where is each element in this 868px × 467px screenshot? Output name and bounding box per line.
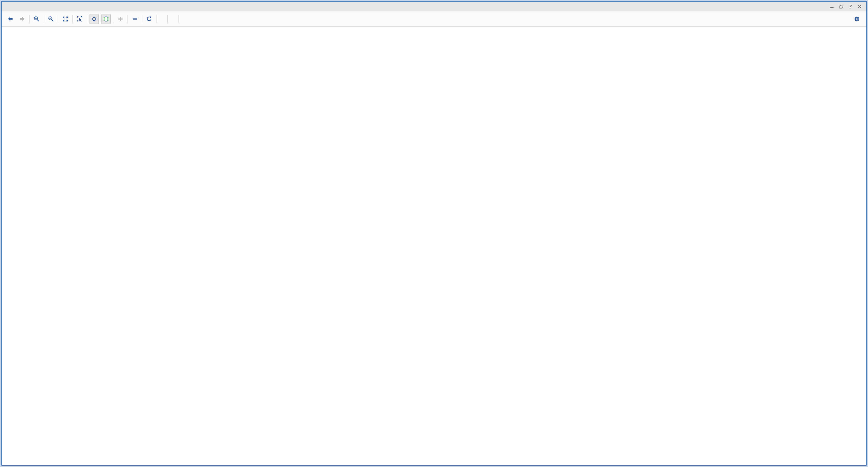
toolbar [2, 11, 866, 27]
close-button[interactable] [856, 3, 863, 9]
schematic-canvas[interactable] [2, 27, 866, 465]
zoom-fit-button[interactable] [61, 14, 70, 24]
refresh-icon [146, 16, 152, 22]
autofit-selection-icon [91, 16, 97, 22]
collapse-minus-icon [131, 16, 138, 22]
cell-icon [103, 16, 109, 22]
minimize-button[interactable] [828, 3, 835, 9]
restore-icon [839, 5, 843, 9]
restore-button[interactable] [838, 3, 845, 9]
forward-button[interactable] [18, 14, 27, 24]
zoom-out-icon [48, 16, 54, 22]
refresh-button[interactable] [145, 14, 154, 24]
gear-icon [854, 16, 860, 23]
zoom-in-icon [33, 16, 40, 22]
zoom-selection-icon [76, 16, 83, 22]
title-bar [2, 2, 866, 11]
help-button[interactable] [819, 3, 826, 9]
back-icon [7, 16, 13, 22]
zoom-in-button[interactable] [32, 14, 41, 24]
collapse-button[interactable] [130, 14, 140, 24]
settings-button[interactable] [852, 14, 862, 24]
minimize-icon [830, 5, 834, 8]
autofit-selection-button[interactable] [90, 14, 99, 24]
float-icon [848, 5, 852, 9]
zoom-fit-icon [62, 16, 69, 22]
expand-button[interactable] [116, 14, 125, 24]
schematic-drawing[interactable] [2, 27, 866, 465]
back-button[interactable] [6, 14, 15, 24]
schematic-window [1, 1, 867, 466]
close-icon [858, 5, 862, 8]
expand-plus-icon [117, 16, 124, 22]
forward-icon [19, 16, 26, 22]
float-button[interactable] [847, 3, 854, 9]
zoom-selection-button[interactable] [75, 14, 84, 24]
cell-properties-button[interactable] [101, 14, 111, 24]
zoom-out-button[interactable] [46, 14, 56, 24]
